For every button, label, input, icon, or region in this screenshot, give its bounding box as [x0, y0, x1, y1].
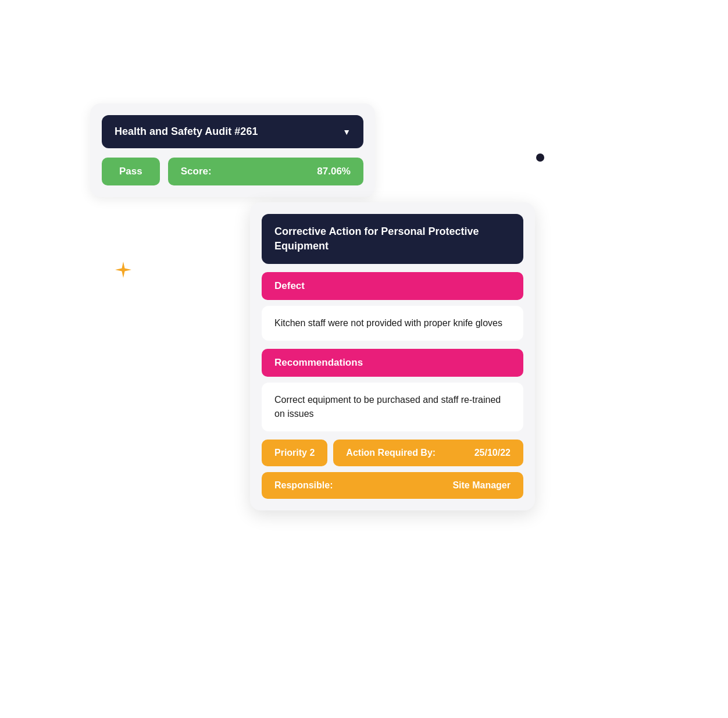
star-decoration [115, 262, 131, 278]
audit-scores: Pass Score: 87.06% [102, 158, 363, 185]
corrective-header: Corrective Action for Personal Protectiv… [262, 214, 523, 264]
corrective-action-card: Corrective Action for Personal Protectiv… [250, 202, 535, 510]
recommendations-label: Recommendations [262, 349, 523, 377]
action-required-date: 25/10/22 [474, 448, 511, 458]
responsible-badge: Responsible: Site Manager [262, 472, 523, 499]
corrective-title: Corrective Action for Personal Protectiv… [274, 224, 511, 253]
responsible-value: Site Manager [452, 480, 511, 491]
dropdown-arrow-icon[interactable]: ▼ [342, 127, 351, 137]
score-value: 87.06% [317, 166, 351, 177]
defect-label: Defect [262, 272, 523, 300]
score-label: Score: [181, 166, 212, 177]
action-required-label: Action Required By: [346, 448, 436, 458]
dot-decoration [536, 153, 544, 162]
audit-title: Health and Safety Audit #261 [115, 126, 258, 138]
defect-content: Kitchen staff were not provided with pro… [262, 306, 523, 341]
pass-badge: Pass [102, 158, 160, 185]
bottom-badges: Priority 2 Action Required By: 25/10/22 [262, 440, 523, 466]
responsible-label: Responsible: [274, 480, 333, 491]
recommendations-content: Correct equipment to be purchased and st… [262, 383, 523, 431]
action-required-badge: Action Required By: 25/10/22 [333, 440, 523, 466]
score-badge: Score: 87.06% [168, 158, 363, 185]
audit-card: Health and Safety Audit #261 ▼ Pass Scor… [90, 103, 375, 197]
priority-badge: Priority 2 [262, 440, 327, 466]
audit-header: Health and Safety Audit #261 ▼ [102, 115, 363, 148]
